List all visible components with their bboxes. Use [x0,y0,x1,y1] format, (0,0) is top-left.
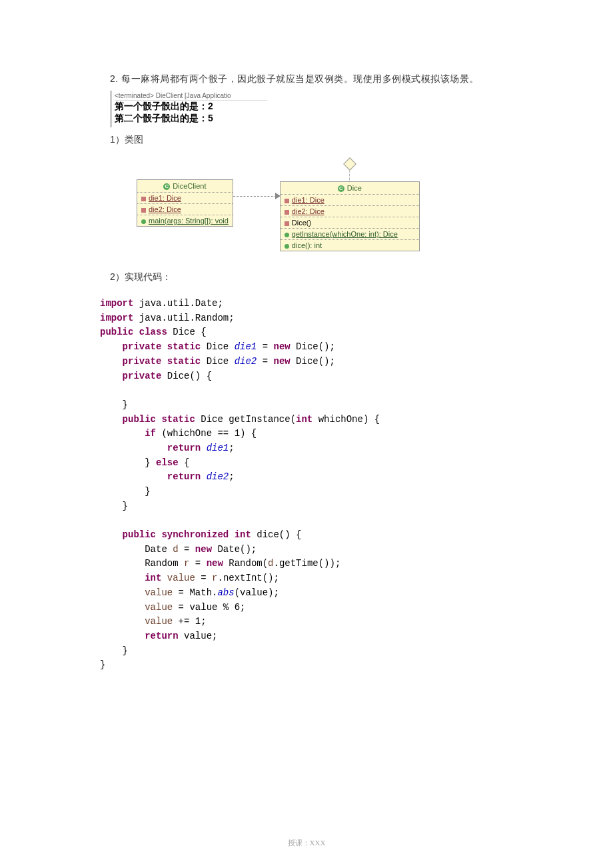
uml-dice-field2: die2: Dice [281,206,419,217]
code-block: import java.util.Date; import java.util.… [100,297,546,673]
uml-dice-title-text: Dice [347,184,362,192]
uml-diceclient-title-text: DiceClient [173,182,206,190]
uml-diceclient: CDiceClient die1: Dice die2: Dice main(a… [137,179,233,227]
intro-text: 2. 每一麻将局都有两个骰子，因此骰子就应当是双例类。现使用多例模式模拟该场景。 [110,73,546,85]
page: 2. 每一麻将局都有两个骰子，因此骰子就应当是双例类。现使用多例模式模拟该场景。… [0,0,613,868]
console-header: <terminated> DieClient [Java Applicatio [115,92,267,101]
uml-diceclient-field1: die1: Dice [137,193,233,204]
section-classdiagram: 1）类图 [110,134,546,146]
section-code: 2）实现代码： [110,271,546,283]
uml-diagram: CDiceClient die1: Dice die2: Dice main(a… [137,159,546,251]
uml-dice-dice: dice(): int [281,240,419,251]
console-output: <terminated> DieClient [Java Applicatio … [110,91,270,127]
console-line-1: 第一个骰子骰出的是：2 [115,101,267,113]
uml-diceclient-field2: die2: Dice [137,204,233,215]
interface-diamond-icon [343,157,356,171]
uml-dice-title: CDice [281,182,419,195]
console-line-2: 第二个骰子骰出的是：5 [115,113,267,125]
uml-diceclient-title: CDiceClient [137,180,233,193]
uml-dice-ctor: Dice() [281,217,419,229]
uml-dice-field1: die1: Dice [281,195,419,206]
uml-dependency-arrow [233,159,280,219]
uml-dice: CDice die1: Dice die2: Dice Dice() getIn… [280,181,420,251]
uml-dice-getinstance: getInstance(whichOne: int): Dice [281,229,419,240]
uml-diceclient-main: main(args: String[]): void [137,215,233,226]
footer: 授课：XXX [0,838,613,848]
